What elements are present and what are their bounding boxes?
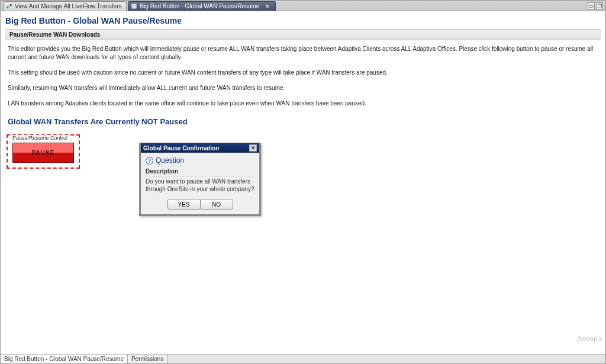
status-heading: Global WAN Transfers Are Currently NOT P… — [5, 112, 601, 134]
pause-button[interactable]: PAUSE — [12, 143, 74, 163]
settings-icon — [131, 3, 137, 9]
dialog-description-label: Description — [146, 168, 254, 175]
tab-label: Big Red Button - Global WAN Pause/Resume — [140, 3, 259, 9]
dialog-title: Global Pause Confirmation — [143, 145, 219, 152]
description-2: This setting should be used with caution… — [5, 66, 601, 82]
dialog-description: Do you want to pause all WAN transfers t… — [146, 176, 254, 193]
tab-bar: View And Manage All LiveFlow Transfers B… — [1, 1, 605, 11]
yes-button[interactable]: YES — [167, 199, 201, 210]
svg-line-2 — [8, 6, 10, 7]
description-3: Similarly, resuming WAN transfers will i… — [5, 82, 601, 97]
tab-big-red-button[interactable]: Big Red Button - Global WAN Pause/Resume… — [128, 1, 276, 11]
app-window: View And Manage All LiveFlow Transfers B… — [0, 0, 606, 364]
tab-label: View And Manage All LiveFlow Transfers — [15, 3, 121, 9]
close-icon[interactable]: ✕ — [249, 144, 257, 152]
dialog-heading-text: Question — [156, 156, 184, 165]
watermark: Anoop's — [576, 334, 602, 343]
status-cell-path[interactable]: Big Red Button - Global WAN Pause/Resume — [1, 355, 128, 363]
status-bar: Big Red Button - Global WAN Pause/Resume… — [1, 354, 605, 363]
close-icon[interactable]: ✕ — [264, 3, 270, 9]
minimize-button[interactable]: ▭ — [588, 2, 595, 9]
page-title: Big Red Button - Global WAN Pause/Resume — [5, 15, 601, 29]
window-controls: ▭ ❐ — [588, 1, 603, 11]
content-area: Big Red Button - Global WAN Pause/Resume… — [1, 11, 605, 354]
dialog-titlebar[interactable]: Global Pause Confirmation ✕ — [141, 143, 259, 153]
svg-rect-3 — [132, 4, 136, 8]
maximize-button[interactable]: ❐ — [596, 2, 603, 9]
description-1: This editor provides you the Big Red But… — [5, 43, 601, 66]
description-4: LAN transfers among Adaptiva clients loc… — [5, 97, 601, 112]
pause-resume-control: Pause/Resume Control PAUSE — [7, 134, 80, 169]
dialog-heading: ? Question — [146, 156, 254, 165]
question-icon: ? — [146, 157, 153, 165]
tab-liveflow[interactable]: View And Manage All LiveFlow Transfers — [3, 1, 127, 11]
dialog-body: ? Question Description Do you want to pa… — [141, 153, 259, 214]
network-icon — [6, 3, 12, 9]
fieldset-legend: Pause/Resume Control — [11, 135, 69, 141]
no-button[interactable]: NO — [200, 199, 233, 210]
section-header: Pause/Resume WAN Downloads — [5, 29, 601, 40]
global-pause-confirmation-dialog: Global Pause Confirmation ✕ ? Question D… — [139, 143, 261, 216]
dialog-buttons: YES NO — [146, 199, 254, 210]
status-cell-permissions[interactable]: Permissions — [128, 355, 167, 363]
